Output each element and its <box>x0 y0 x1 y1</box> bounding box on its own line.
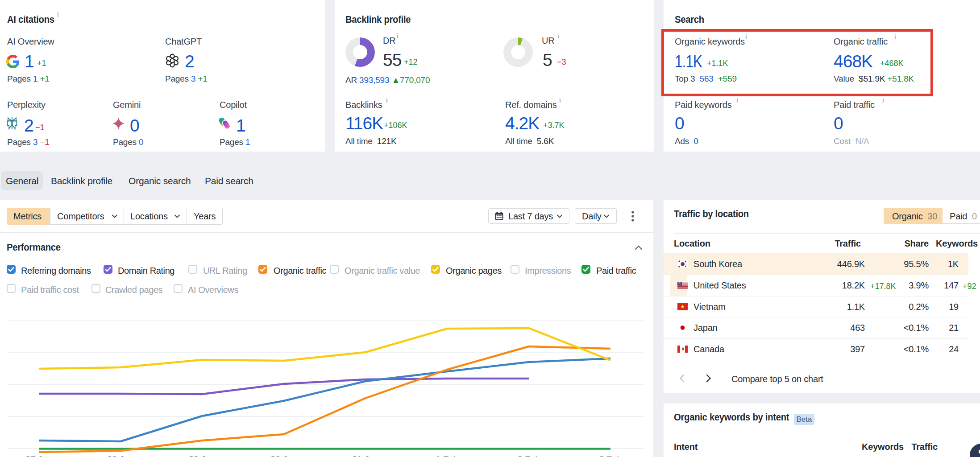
svg-text:3 Feb: 3 Feb <box>599 454 622 457</box>
svg-text:1 Feb: 1 Feb <box>436 454 458 457</box>
svg-text:30 Jan: 30 Jan <box>270 454 297 457</box>
svg-text:29 Jan: 29 Jan <box>189 454 216 457</box>
svg-text:28 Jan: 28 Jan <box>107 454 134 457</box>
svg-text:31 Jan: 31 Jan <box>352 454 379 457</box>
svg-text:27 Jan: 27 Jan <box>25 454 52 457</box>
svg-text:2 Feb: 2 Feb <box>517 454 540 457</box>
